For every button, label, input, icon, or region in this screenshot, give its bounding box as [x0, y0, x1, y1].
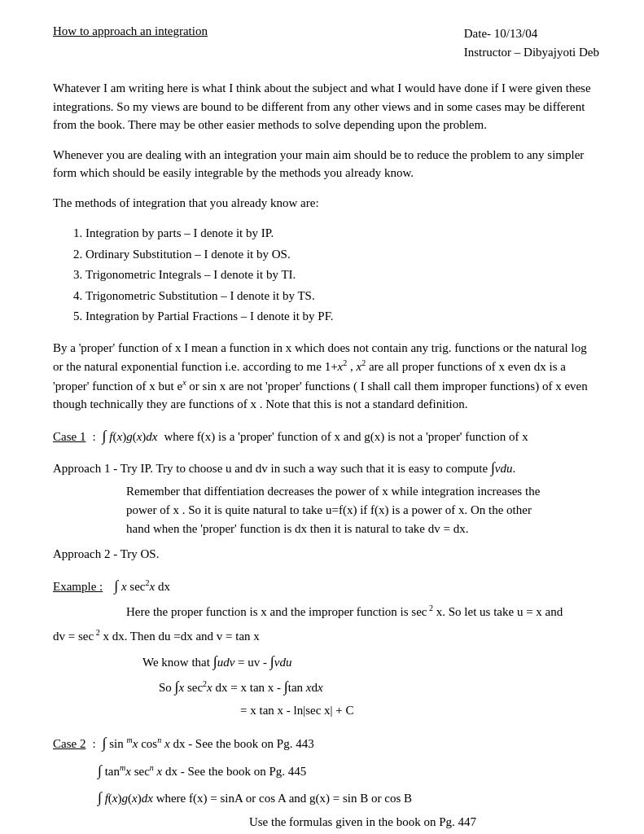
case1-block: Case 1 : ∫ f(x)g(x)dx where f(x) is a 'p…: [53, 425, 599, 447]
approach2-block: Approach 2 - Try OS.: [53, 545, 599, 564]
case1-separator: :: [92, 428, 95, 446]
example-line: Example : ∫ x sec2x dx: [53, 575, 599, 597]
paragraph-2: Whenever you are dealing with an integra…: [53, 146, 599, 182]
list-item: Integration by parts – I denote it by IP…: [85, 223, 599, 244]
example-formula: ∫ x sec2x dx: [114, 575, 170, 597]
case1-formula: ∫ f(x)g(x)dx: [103, 425, 158, 447]
approach1-detail: Remember that diffentiation decreases th…: [126, 482, 599, 539]
paragraph-4: By a 'proper' function of x I mean a fun…: [53, 339, 599, 414]
example-line3: We know that ∫udv = uv - ∫vdu: [142, 651, 599, 673]
page: How to approach an integration Date- 10/…: [0, 0, 644, 834]
case2-label: Case 2: [53, 735, 85, 753]
approach1-block: Approach 1 - Try IP. Try to choose u and…: [53, 457, 599, 539]
approach2-text: Try OS.: [120, 547, 160, 560]
case2-item2: ∫ tanmx secn x dx - See the book on Pg. …: [98, 759, 599, 783]
case2-item1: ∫ sin mx cosn x dx - See the book on Pg.…: [103, 732, 314, 754]
case2-center: Use the formulas given in the book on Pg…: [126, 813, 599, 832]
example-label: Example :: [53, 577, 103, 596]
header-date: Date- 10/13/04: [464, 24, 599, 43]
paragraph-1: Whatever I am writing here is what I thi…: [53, 79, 599, 134]
header-title: How to approach an integration: [53, 24, 208, 38]
list-item: Trigonometric Substitution – I denote it…: [85, 286, 599, 307]
paragraph-3: The methods of integration that you alre…: [53, 194, 599, 213]
header-instructor: Instructor – Dibyajyoti Deb: [464, 43, 599, 62]
example-block: Example : ∫ x sec2x dx Here the proper f…: [53, 575, 599, 719]
approach2-label: Approach 2 - Try OS.: [53, 545, 599, 564]
example-line5: = x tan x - ln|sec x| + C: [240, 701, 599, 720]
list-item: Trigonometric Integrals – I denote it by…: [85, 265, 599, 286]
approach1-text: Try IP. Try to choose u and dv in such a…: [120, 462, 516, 475]
case2-item3: ∫ f(x)g(x)dx where f(x) = sinA or cos A …: [98, 786, 599, 810]
content: Whatever I am writing here is what I thi…: [53, 79, 599, 831]
example-line1: Here the proper function is x and the im…: [126, 602, 599, 621]
case2-line1: Case 2 : ∫ sin mx cosn x dx - See the bo…: [53, 732, 599, 754]
case2-separator: :: [92, 735, 95, 753]
list-item: Integration by Partial Fractions – I den…: [85, 306, 599, 327]
case1-line: Case 1 : ∫ f(x)g(x)dx where f(x) is a 'p…: [53, 425, 599, 447]
case2-block: Case 2 : ∫ sin mx cosn x dx - See the bo…: [53, 732, 599, 831]
case1-description: where f(x) is a 'proper' function of x a…: [164, 428, 528, 446]
header-info: Date- 10/13/04 Instructor – Dibyajyoti D…: [464, 24, 599, 61]
example-line2: dv = sec 2 x dx. Then du =dx and v = tan…: [53, 626, 599, 646]
list-item: Ordinary Substitution – I denote it by O…: [85, 244, 599, 266]
example-line4: So ∫x sec2x dx = x tan x - ∫tan xdx: [159, 676, 599, 698]
methods-list: Integration by parts – I denote it by IP…: [85, 223, 599, 327]
header: How to approach an integration Date- 10/…: [53, 24, 599, 61]
approach1-label: Approach 1 - Try IP. Try to choose u and…: [53, 457, 599, 479]
case1-label: Case 1: [53, 428, 85, 446]
